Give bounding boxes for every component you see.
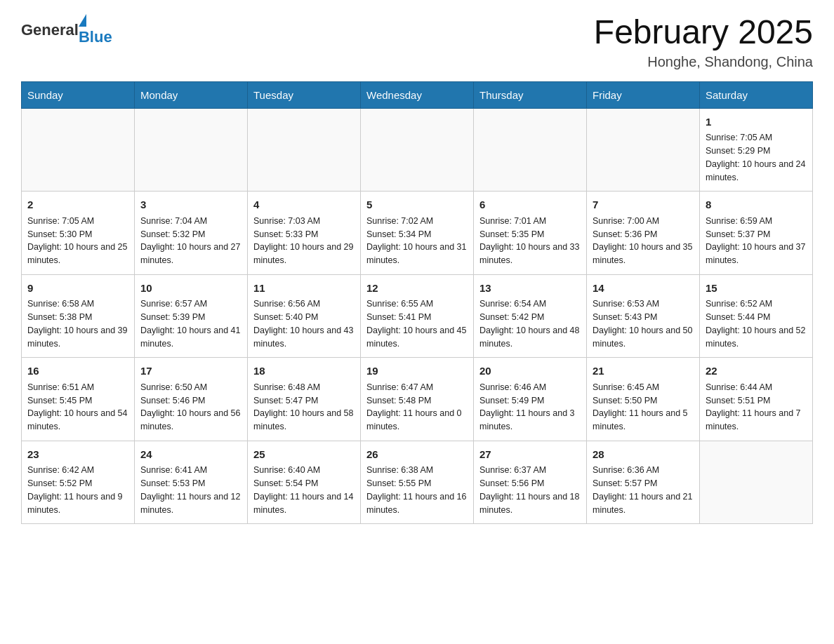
calendar-cell: 7Sunrise: 7:00 AMSunset: 5:36 PMDaylight… — [587, 192, 700, 275]
day-info: Sunset: 5:53 PM — [140, 477, 241, 490]
day-info: Daylight: 10 hours and 54 minutes. — [27, 407, 128, 434]
day-number: 8 — [706, 197, 807, 213]
day-info: Sunset: 5:49 PM — [479, 394, 581, 408]
calendar-cell — [248, 108, 361, 192]
calendar-cell: 2Sunrise: 7:05 AMSunset: 5:30 PMDaylight… — [22, 192, 135, 275]
day-info: Sunset: 5:47 PM — [253, 394, 355, 408]
day-number: 19 — [366, 363, 468, 380]
calendar-cell: 4Sunrise: 7:03 AMSunset: 5:33 PMDaylight… — [248, 192, 361, 275]
day-info: Sunrise: 7:05 AM — [27, 215, 128, 228]
day-number: 12 — [366, 281, 468, 297]
day-info: Sunset: 5:42 PM — [479, 311, 581, 324]
day-info: Sunset: 5:34 PM — [366, 228, 468, 241]
day-info: Daylight: 10 hours and 50 minutes. — [593, 324, 694, 351]
calendar-header-tuesday: Tuesday — [248, 81, 361, 108]
location-title: Honghe, Shandong, China — [594, 54, 813, 70]
day-info: Sunrise: 6:56 AM — [253, 297, 355, 311]
day-info: Daylight: 11 hours and 7 minutes. — [706, 407, 807, 434]
day-number: 1 — [706, 114, 807, 130]
calendar-cell: 9Sunrise: 6:58 AMSunset: 5:38 PMDaylight… — [22, 274, 135, 358]
day-info: Daylight: 11 hours and 21 minutes. — [593, 490, 694, 517]
day-info: Sunrise: 6:59 AM — [706, 215, 807, 228]
day-info: Daylight: 10 hours and 39 minutes. — [27, 324, 128, 351]
day-info: Sunset: 5:48 PM — [366, 394, 468, 408]
calendar-cell: 18Sunrise: 6:48 AMSunset: 5:47 PMDayligh… — [248, 358, 361, 441]
day-info: Sunrise: 6:58 AM — [27, 297, 128, 311]
day-info: Sunset: 5:29 PM — [706, 145, 807, 158]
day-info: Sunrise: 7:04 AM — [140, 215, 241, 228]
day-info: Daylight: 10 hours and 37 minutes. — [706, 241, 807, 267]
day-number: 9 — [27, 281, 128, 297]
day-info: Sunset: 5:56 PM — [479, 477, 581, 490]
calendar-cell: 17Sunrise: 6:50 AMSunset: 5:46 PMDayligh… — [135, 358, 248, 441]
day-info: Sunset: 5:32 PM — [140, 228, 241, 241]
day-number: 21 — [593, 363, 694, 380]
day-info: Sunrise: 7:02 AM — [366, 215, 468, 228]
day-info: Daylight: 10 hours and 58 minutes. — [253, 407, 355, 434]
calendar-cell — [587, 108, 700, 192]
calendar-cell: 14Sunrise: 6:53 AMSunset: 5:43 PMDayligh… — [587, 274, 700, 358]
day-info: Daylight: 11 hours and 9 minutes. — [27, 490, 128, 517]
page-header: General Blue February 2025 Honghe, Shand… — [21, 14, 813, 70]
day-number: 25 — [253, 447, 355, 463]
calendar-cell — [135, 108, 248, 192]
day-info: Sunset: 5:44 PM — [706, 311, 807, 324]
calendar-cell: 10Sunrise: 6:57 AMSunset: 5:39 PMDayligh… — [135, 274, 248, 358]
day-info: Sunrise: 7:01 AM — [479, 215, 581, 228]
day-info: Sunset: 5:43 PM — [593, 311, 694, 324]
day-info: Sunset: 5:30 PM — [27, 228, 128, 241]
day-info: Daylight: 10 hours and 48 minutes. — [479, 324, 581, 351]
calendar-cell: 27Sunrise: 6:37 AMSunset: 5:56 PMDayligh… — [474, 441, 587, 524]
calendar-cell: 13Sunrise: 6:54 AMSunset: 5:42 PMDayligh… — [474, 274, 587, 358]
day-info: Daylight: 10 hours and 24 minutes. — [706, 158, 807, 185]
logo: General Blue — [21, 14, 112, 46]
calendar-header-thursday: Thursday — [474, 81, 587, 108]
day-info: Sunrise: 6:37 AM — [479, 464, 581, 477]
calendar-header-wednesday: Wednesday — [361, 81, 474, 108]
day-info: Sunset: 5:50 PM — [593, 394, 694, 408]
day-number: 5 — [366, 197, 468, 213]
day-number: 16 — [27, 363, 128, 380]
day-info: Sunrise: 6:53 AM — [593, 297, 694, 311]
calendar-cell: 22Sunrise: 6:44 AMSunset: 5:51 PMDayligh… — [700, 358, 813, 441]
day-info: Daylight: 11 hours and 3 minutes. — [479, 407, 581, 434]
calendar-cell: 12Sunrise: 6:55 AMSunset: 5:41 PMDayligh… — [361, 274, 474, 358]
day-number: 6 — [479, 197, 581, 213]
calendar-cell: 23Sunrise: 6:42 AMSunset: 5:52 PMDayligh… — [22, 441, 135, 524]
day-info: Daylight: 10 hours and 43 minutes. — [253, 324, 355, 351]
calendar-cell: 11Sunrise: 6:56 AMSunset: 5:40 PMDayligh… — [248, 274, 361, 358]
calendar-cell: 28Sunrise: 6:36 AMSunset: 5:57 PMDayligh… — [587, 441, 700, 524]
day-info: Daylight: 10 hours and 56 minutes. — [140, 407, 241, 434]
calendar-cell: 24Sunrise: 6:41 AMSunset: 5:53 PMDayligh… — [135, 441, 248, 524]
day-info: Sunset: 5:38 PM — [27, 311, 128, 324]
calendar-cell: 5Sunrise: 7:02 AMSunset: 5:34 PMDaylight… — [361, 192, 474, 275]
day-number: 7 — [593, 197, 694, 213]
calendar-cell: 6Sunrise: 7:01 AMSunset: 5:35 PMDaylight… — [474, 192, 587, 275]
day-number: 10 — [140, 281, 241, 297]
day-number: 24 — [140, 447, 241, 463]
calendar-cell — [361, 108, 474, 192]
logo-blue-text: Blue — [79, 28, 112, 46]
day-info: Daylight: 10 hours and 25 minutes. — [27, 241, 128, 267]
day-info: Sunset: 5:35 PM — [479, 228, 581, 241]
logo-general-text: General — [21, 21, 79, 39]
day-info: Sunrise: 6:41 AM — [140, 464, 241, 477]
day-info: Sunrise: 7:05 AM — [706, 131, 807, 145]
day-info: Daylight: 11 hours and 5 minutes. — [593, 407, 694, 434]
day-info: Sunset: 5:36 PM — [593, 228, 694, 241]
day-number: 17 — [140, 363, 241, 380]
day-info: Sunset: 5:46 PM — [140, 394, 241, 408]
day-number: 3 — [140, 197, 241, 213]
calendar-cell: 20Sunrise: 6:46 AMSunset: 5:49 PMDayligh… — [474, 358, 587, 441]
day-info: Sunrise: 7:03 AM — [253, 215, 355, 228]
day-number: 20 — [479, 363, 581, 380]
day-number: 15 — [706, 281, 807, 297]
day-info: Sunrise: 6:52 AM — [706, 297, 807, 311]
calendar-cell: 3Sunrise: 7:04 AMSunset: 5:32 PMDaylight… — [135, 192, 248, 275]
day-info: Sunrise: 6:57 AM — [140, 297, 241, 311]
day-info: Sunset: 5:55 PM — [366, 477, 468, 490]
calendar-cell: 19Sunrise: 6:47 AMSunset: 5:48 PMDayligh… — [361, 358, 474, 441]
day-number: 27 — [479, 447, 581, 463]
calendar-week-row: 1Sunrise: 7:05 AMSunset: 5:29 PMDaylight… — [22, 108, 813, 192]
calendar-header-monday: Monday — [135, 81, 248, 108]
